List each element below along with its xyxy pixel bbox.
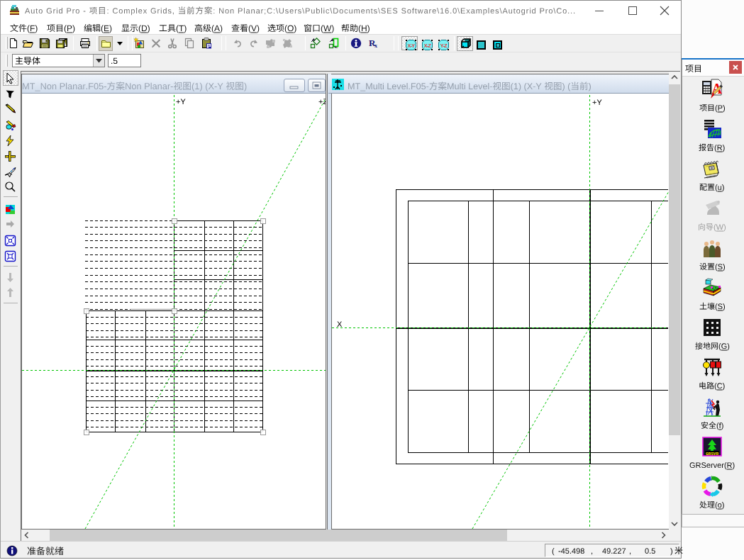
svg-text:Y-Z: Y-Z bbox=[440, 43, 448, 49]
svg-text:x: x bbox=[374, 43, 377, 49]
svg-text:GRSVR: GRSVR bbox=[706, 452, 718, 457]
svg-text:X-Y: X-Y bbox=[407, 43, 415, 49]
svg-text:X-Z: X-Z bbox=[424, 43, 432, 49]
